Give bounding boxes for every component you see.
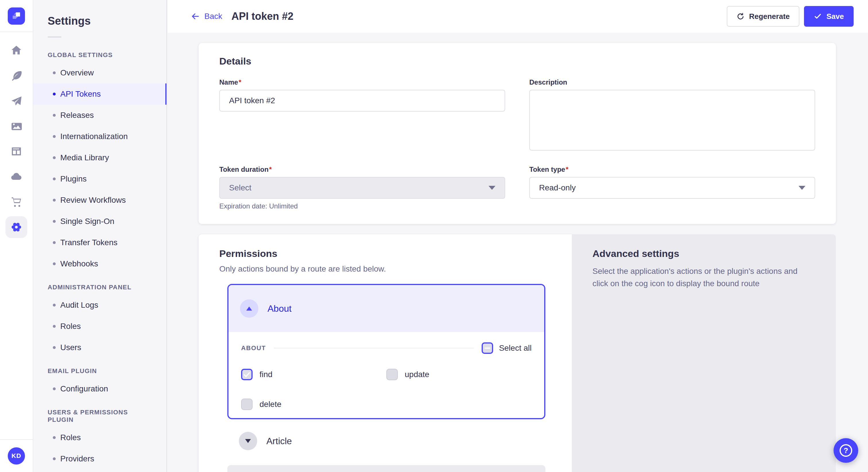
section-label-email-plugin: EMAIL PLUGIN: [48, 367, 152, 375]
sidebar-item-up-providers[interactable]: Providers: [33, 448, 166, 469]
refresh-icon: [737, 12, 745, 20]
description-textarea[interactable]: [529, 90, 815, 150]
question-mark-icon: ?: [840, 444, 852, 457]
select-all-label: Select all: [499, 343, 532, 353]
media-pictures-icon[interactable]: [5, 115, 27, 137]
permissions-panel: Permissions Only actions bound by a rout…: [198, 234, 572, 472]
rail-bottom: KD: [0, 439, 33, 472]
details-form: Name* Description Token duration* Select…: [219, 78, 815, 210]
bullet-icon: [53, 135, 56, 138]
delete-checkbox[interactable]: [241, 399, 253, 410]
regenerate-button[interactable]: Regenerate: [727, 6, 800, 27]
subnav-title: Settings: [48, 15, 166, 27]
bullet-icon: [53, 199, 56, 202]
sidebar-item-review-workflows[interactable]: Review Workflows: [33, 190, 166, 211]
accordion-about-header[interactable]: About: [228, 285, 544, 332]
token-type-field: Token type* Read-only: [529, 165, 815, 199]
check-icon: [814, 12, 822, 20]
sidebar-item-single-sign-on[interactable]: Single Sign-On: [33, 211, 166, 232]
permissions-row: Permissions Only actions bound by a rout…: [198, 234, 836, 472]
chevron-down-icon: [799, 186, 805, 190]
permissions-subtitle: Only actions bound by a route are listed…: [219, 264, 551, 274]
divider: [274, 348, 474, 348]
bullet-icon: [53, 436, 56, 439]
description-label: Description: [529, 78, 815, 86]
actions-grid: find update delete: [241, 369, 532, 410]
token-duration-field: Token duration* Select Expiration date: …: [219, 165, 505, 210]
feather-icon[interactable]: [5, 65, 27, 87]
check-icon: [243, 370, 251, 378]
accordion-article-header[interactable]: Article: [227, 432, 546, 450]
help-button[interactable]: ?: [834, 438, 858, 463]
update-checkbox[interactable]: [386, 369, 398, 380]
save-button[interactable]: Save: [804, 6, 854, 27]
about-section-label: ABOUT: [241, 344, 266, 352]
bullet-icon: [53, 71, 56, 74]
bullet-icon: [53, 325, 56, 328]
gear-icon[interactable]: [5, 216, 27, 238]
select-all-checkbox[interactable]: [482, 342, 493, 354]
settings-subnav: Settings GLOBAL SETTINGS Overview API To…: [33, 0, 167, 472]
user-avatar[interactable]: KD: [8, 447, 25, 465]
sidebar-item-admin-roles[interactable]: Roles: [33, 316, 166, 337]
sidebar-item-audit-logs[interactable]: Audit Logs: [33, 295, 166, 316]
sidebar-item-releases[interactable]: Releases: [33, 105, 166, 126]
cloud-icon[interactable]: [5, 166, 27, 188]
token-type-select[interactable]: Read-only: [529, 177, 815, 199]
rail-divider: [0, 32, 33, 32]
home-icon[interactable]: [5, 40, 27, 61]
action-update[interactable]: update: [386, 369, 532, 380]
collapse-toggle[interactable]: [240, 299, 258, 318]
sidebar-item-api-tokens[interactable]: API Tokens: [33, 83, 166, 105]
name-input[interactable]: [219, 90, 505, 111]
page-header: Back API token #2 Regenerate Save: [167, 0, 868, 33]
sidebar-item-overview[interactable]: Overview: [33, 62, 166, 83]
sidebar-item-transfer-tokens[interactable]: Transfer Tokens: [33, 232, 166, 253]
sidebar-item-admin-users[interactable]: Users: [33, 337, 166, 358]
back-link[interactable]: Back: [191, 12, 222, 21]
next-accordion-edge: [227, 465, 546, 472]
section-label-administration-panel: ADMINISTRATION PANEL: [48, 283, 152, 291]
sidebar-item-up-roles[interactable]: Roles: [33, 427, 166, 448]
bullet-icon: [53, 114, 56, 117]
details-heading: Details: [219, 56, 815, 67]
header-actions: Regenerate Save: [727, 6, 854, 27]
bullet-icon: [53, 220, 56, 223]
select-all-control[interactable]: Select all: [482, 342, 532, 354]
advanced-settings-description: Select the application's actions or the …: [592, 265, 815, 290]
permissions-heading: Permissions: [219, 248, 551, 259]
token-duration-label: Token duration*: [219, 165, 505, 173]
sidebar-item-internationalization[interactable]: Internationalization: [33, 126, 166, 147]
sidebar-item-media-library[interactable]: Media Library: [33, 147, 166, 168]
about-section-row: ABOUT Select all: [241, 342, 532, 354]
token-type-label: Token type*: [529, 165, 815, 173]
token-duration-hint: Expiration date: Unlimited: [219, 202, 505, 210]
bullet-icon: [53, 387, 56, 390]
sidebar-item-webhooks[interactable]: Webhooks: [33, 253, 166, 274]
bullet-icon: [53, 93, 56, 96]
paper-plane-icon[interactable]: [5, 90, 27, 112]
bullet-icon: [53, 458, 56, 460]
find-checkbox[interactable]: [241, 369, 253, 380]
sidebar-item-plugins[interactable]: Plugins: [33, 168, 166, 190]
layout-icon[interactable]: [5, 140, 27, 162]
advanced-settings-heading: Advanced settings: [592, 248, 815, 259]
token-duration-select[interactable]: Select: [219, 177, 505, 199]
accordion-about: About ABOUT Select all: [227, 284, 546, 419]
required-asterisk: *: [566, 165, 568, 173]
subnav-rule: [48, 36, 61, 38]
cart-icon[interactable]: [5, 191, 27, 213]
main-nav-rail: KD: [0, 0, 33, 472]
advanced-settings-panel: Advanced settings Select the application…: [572, 234, 836, 472]
strapi-logo[interactable]: [8, 7, 25, 25]
bullet-icon: [53, 156, 56, 159]
required-asterisk: *: [269, 165, 272, 173]
bullet-icon: [53, 262, 56, 265]
sidebar-item-email-configuration[interactable]: Configuration: [33, 378, 166, 400]
expand-toggle[interactable]: [239, 432, 257, 450]
action-delete[interactable]: delete: [241, 399, 386, 410]
page-content: Details Name* Description Token duration…: [167, 33, 868, 472]
name-field: Name*: [219, 78, 505, 111]
action-find[interactable]: find: [241, 369, 386, 380]
back-arrow-icon: [191, 12, 200, 21]
